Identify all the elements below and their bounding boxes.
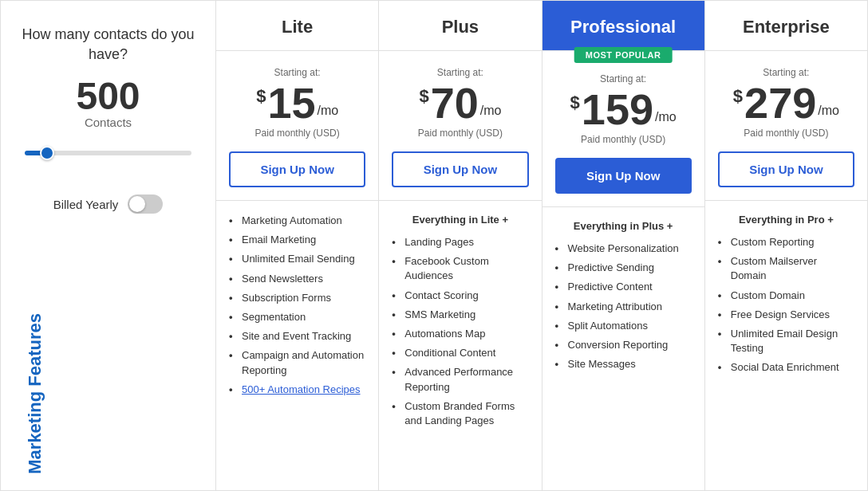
- plan-enterprise-signup-button[interactable]: Sign Up Now: [718, 151, 854, 187]
- list-item: Split Automations: [555, 319, 692, 333]
- plan-lite-starting-at: Starting at:: [229, 67, 365, 78]
- plan-lite-features: Marketing Automation Email Marketing Unl…: [216, 201, 378, 490]
- list-item-link[interactable]: 500+ Automation Recipes: [229, 383, 365, 397]
- plan-lite-name: Lite: [229, 17, 365, 37]
- plan-plus-price-row: $ 70 /mo: [392, 81, 528, 124]
- list-item: SMS Marketing: [392, 308, 528, 322]
- billed-label: Billed Yearly: [53, 198, 119, 211]
- contact-count: 500: [76, 77, 140, 116]
- list-item: Custom Mailserver Domain: [718, 254, 854, 283]
- list-item: Automations Map: [392, 327, 528, 341]
- plan-lite-paid-monthly: Paid monthly (USD): [229, 128, 365, 139]
- list-item: Unlimited Email Sending: [229, 252, 365, 266]
- list-item: Custom Branded Forms and Landing Pages: [392, 399, 528, 428]
- plan-enterprise-starting-at: Starting at:: [718, 67, 854, 78]
- plan-enterprise-header: Enterprise: [705, 1, 867, 51]
- plan-plus-features-list: Landing Pages Facebook Custom Audiences …: [392, 235, 528, 428]
- plan-professional-features-heading: Everything in Plus +: [555, 220, 692, 232]
- plan-professional: Professional MOST POPULAR Starting at: $…: [542, 1, 705, 490]
- plan-professional-mo: /mo: [655, 110, 677, 131]
- billed-yearly-toggle[interactable]: [128, 194, 163, 214]
- plan-plus-paid-monthly: Paid monthly (USD): [392, 128, 528, 139]
- plan-lite-price-row: $ 15 /mo: [229, 81, 365, 124]
- plan-plus-amount: 70: [431, 81, 479, 124]
- plan-enterprise-features: Everything in Pro + Custom Reporting Cus…: [705, 201, 867, 490]
- plan-enterprise-price-row: $ 279 /mo: [718, 81, 854, 124]
- list-item: Facebook Custom Audiences: [392, 254, 528, 283]
- plan-lite: Lite Starting at: $ 15 /mo Paid monthly …: [216, 1, 379, 490]
- plan-enterprise-pricing: Starting at: $ 279 /mo Paid monthly (USD…: [705, 51, 867, 201]
- plan-enterprise-name: Enterprise: [718, 17, 854, 37]
- plan-plus-starting-at: Starting at:: [392, 67, 528, 78]
- list-item: Social Data Enrichment: [718, 360, 854, 375]
- plan-enterprise: Enterprise Starting at: $ 279 /mo Paid m…: [705, 1, 867, 490]
- plan-plus-pricing: Starting at: $ 70 /mo Paid monthly (USD)…: [379, 51, 541, 201]
- list-item: Marketing Automation: [229, 214, 365, 228]
- plan-professional-pricing: Starting at: $ 159 /mo Paid monthly (USD…: [542, 51, 704, 207]
- plan-professional-paid-monthly: Paid monthly (USD): [555, 134, 692, 145]
- plan-plus-features: Everything in Lite + Landing Pages Faceb…: [379, 201, 541, 490]
- plan-plus-name: Plus: [392, 17, 528, 37]
- plan-enterprise-mo: /mo: [818, 104, 839, 124]
- pricing-container: How many contacts do you have? 500 Conta…: [0, 0, 868, 491]
- plan-plus-mo: /mo: [480, 104, 502, 124]
- plan-plus-signup-button[interactable]: Sign Up Now: [392, 151, 528, 187]
- list-item: Conditional Content: [392, 346, 528, 360]
- plan-plus-dollar: $: [419, 86, 428, 107]
- plan-enterprise-features-heading: Everything in Pro +: [718, 214, 854, 226]
- plan-enterprise-features-list: Custom Reporting Custom Mailserver Domai…: [718, 235, 854, 375]
- list-item: Predictive Content: [555, 280, 692, 294]
- plan-professional-features: Everything in Plus + Website Personaliza…: [542, 207, 704, 490]
- plans-area: Lite Starting at: $ 15 /mo Paid monthly …: [216, 1, 867, 490]
- plan-enterprise-paid-monthly: Paid monthly (USD): [718, 128, 854, 139]
- plan-professional-header: Professional MOST POPULAR: [542, 1, 704, 51]
- billed-row: Billed Yearly: [53, 182, 164, 226]
- contacts-slider[interactable]: [25, 151, 191, 155]
- plan-lite-amount: 15: [267, 81, 315, 124]
- plan-enterprise-amount: 279: [744, 81, 816, 124]
- plan-professional-features-list: Website Personalization Predictive Sendi…: [555, 242, 692, 371]
- list-item: Marketing Attribution: [555, 300, 692, 314]
- plan-professional-price-row: $ 159 /mo: [555, 88, 692, 131]
- list-item: Subscription Forms: [229, 291, 365, 305]
- list-item: Landing Pages: [392, 235, 528, 249]
- slider-container[interactable]: [17, 145, 199, 158]
- list-item: Unlimited Email Design Testing: [718, 327, 854, 355]
- plan-professional-starting-at: Starting at:: [555, 73, 692, 84]
- sidebar: How many contacts do you have? 500 Conta…: [1, 1, 216, 490]
- plan-lite-mo: /mo: [317, 104, 338, 124]
- plan-enterprise-dollar: $: [733, 86, 743, 107]
- list-item: Site Messages: [555, 357, 692, 371]
- list-item: Email Marketing: [229, 233, 365, 247]
- list-item: Send Newsletters: [229, 272, 365, 286]
- list-item: Website Personalization: [555, 242, 692, 256]
- contact-label: Contacts: [85, 116, 132, 129]
- plan-lite-signup-button[interactable]: Sign Up Now: [229, 151, 365, 187]
- plan-professional-dollar: $: [570, 92, 580, 113]
- list-item: Conversion Reporting: [555, 338, 692, 352]
- plan-professional-signup-button[interactable]: Sign Up Now: [555, 158, 692, 194]
- sidebar-question: How many contacts do you have?: [17, 25, 199, 65]
- list-item: Predictive Sending: [555, 261, 692, 275]
- plan-plus-features-heading: Everything in Lite +: [392, 214, 528, 226]
- plan-professional-name: Professional: [555, 17, 692, 37]
- marketing-features-label: Marketing Features: [25, 297, 45, 490]
- plan-professional-amount: 159: [582, 88, 653, 131]
- plan-lite-dollar: $: [256, 86, 266, 107]
- list-item: Advanced Performance Reporting: [392, 365, 528, 394]
- automation-recipes-link[interactable]: 500+ Automation Recipes: [242, 383, 361, 395]
- list-item: Contact Scoring: [392, 289, 528, 303]
- list-item: Free Design Services: [718, 308, 854, 322]
- plan-plus-header: Plus: [379, 1, 541, 51]
- most-popular-badge: MOST POPULAR: [574, 47, 673, 63]
- plan-lite-features-list: Marketing Automation Email Marketing Unl…: [229, 214, 365, 397]
- list-item: Site and Event Tracking: [229, 329, 365, 344]
- list-item: Campaign and Automation Reporting: [229, 348, 365, 377]
- plan-lite-header: Lite: [216, 1, 378, 51]
- toggle-knob: [129, 196, 145, 212]
- plan-plus: Plus Starting at: $ 70 /mo Paid monthly …: [379, 1, 542, 490]
- list-item: Custom Domain: [718, 289, 854, 303]
- list-item: Segmentation: [229, 310, 365, 324]
- plan-lite-pricing: Starting at: $ 15 /mo Paid monthly (USD)…: [216, 51, 378, 201]
- list-item: Custom Reporting: [718, 235, 854, 249]
